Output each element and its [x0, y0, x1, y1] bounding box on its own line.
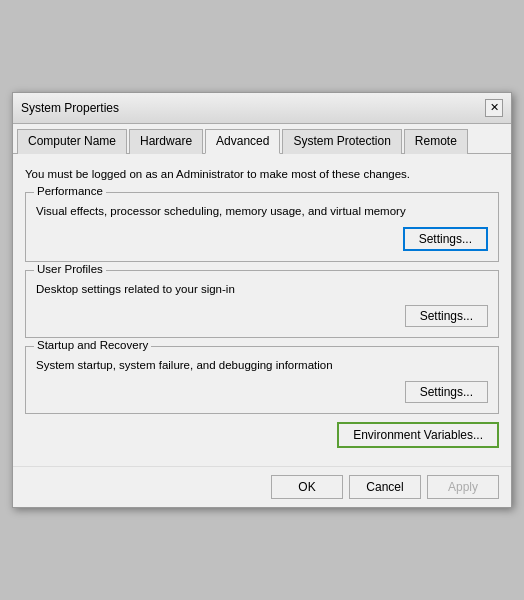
- cancel-button[interactable]: Cancel: [349, 475, 421, 499]
- performance-group-label: Performance: [34, 185, 106, 197]
- tab-advanced[interactable]: Advanced: [205, 129, 280, 154]
- performance-group: Performance Visual effects, processor sc…: [25, 192, 499, 262]
- tab-computer-name[interactable]: Computer Name: [17, 129, 127, 154]
- admin-notice: You must be logged on as an Administrato…: [25, 166, 499, 182]
- tab-remote[interactable]: Remote: [404, 129, 468, 154]
- performance-btn-row: Settings...: [36, 227, 488, 251]
- startup-recovery-group-label: Startup and Recovery: [34, 339, 151, 351]
- user-profiles-description: Desktop settings related to your sign-in: [36, 281, 488, 297]
- tab-hardware[interactable]: Hardware: [129, 129, 203, 154]
- tab-content: You must be logged on as an Administrato…: [13, 154, 511, 466]
- startup-recovery-description: System startup, system failure, and debu…: [36, 357, 488, 373]
- performance-description: Visual effects, processor scheduling, me…: [36, 203, 488, 219]
- apply-button[interactable]: Apply: [427, 475, 499, 499]
- close-button[interactable]: ✕: [485, 99, 503, 117]
- environment-variables-button[interactable]: Environment Variables...: [337, 422, 499, 448]
- performance-settings-button[interactable]: Settings...: [403, 227, 488, 251]
- user-profiles-settings-button[interactable]: Settings...: [405, 305, 488, 327]
- title-bar: System Properties ✕: [13, 93, 511, 124]
- user-profiles-group-label: User Profiles: [34, 263, 106, 275]
- system-properties-window: System Properties ✕ Computer Name Hardwa…: [12, 92, 512, 508]
- ok-button[interactable]: OK: [271, 475, 343, 499]
- env-btn-row: Environment Variables...: [25, 422, 499, 448]
- startup-recovery-settings-button[interactable]: Settings...: [405, 381, 488, 403]
- user-profiles-group: User Profiles Desktop settings related t…: [25, 270, 499, 338]
- user-profiles-btn-row: Settings...: [36, 305, 488, 327]
- footer-buttons: OK Cancel Apply: [13, 466, 511, 507]
- startup-recovery-btn-row: Settings...: [36, 381, 488, 403]
- tab-system-protection[interactable]: System Protection: [282, 129, 401, 154]
- tab-bar: Computer Name Hardware Advanced System P…: [13, 124, 511, 154]
- window-title: System Properties: [21, 101, 119, 115]
- startup-recovery-group: Startup and Recovery System startup, sys…: [25, 346, 499, 414]
